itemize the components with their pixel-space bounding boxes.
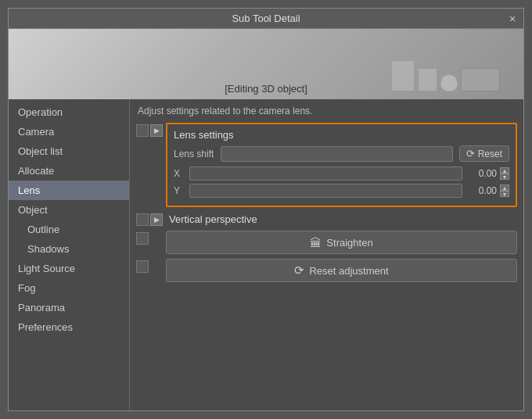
- straighten-checkbox[interactable]: [136, 232, 149, 245]
- cup-decoration: [440, 74, 458, 91]
- y-spinner-down[interactable]: ▼: [500, 191, 509, 197]
- sidebar-item-shadows[interactable]: Shadows: [9, 239, 129, 259]
- sidebar-item-panorama[interactable]: Panorama: [9, 298, 129, 317]
- sidebar-item-object-list[interactable]: Object list: [9, 141, 129, 161]
- reset-adj-checkbox-area: [136, 259, 163, 273]
- y-spinner-up[interactable]: ▲: [500, 184, 509, 191]
- x-spinner-up[interactable]: ▲: [500, 167, 509, 174]
- book2-decoration: [418, 68, 437, 91]
- lens-reset-button[interactable]: ⟳ Reset: [459, 145, 509, 162]
- close-button[interactable]: ×: [506, 13, 519, 25]
- vertical-perspective-row: ▶ Vertical perspective: [136, 212, 517, 226]
- title-bar: Sub Tool Detail ×: [9, 9, 523, 29]
- lens-shift-label: Lens shift: [174, 149, 221, 159]
- sidebar-item-camera[interactable]: Camera: [9, 122, 129, 141]
- sidebar-item-lens[interactable]: Lens: [9, 181, 129, 200]
- header-image: [Editing 3D object]: [9, 29, 523, 99]
- x-spinner-down[interactable]: ▼: [500, 174, 509, 180]
- x-value: 0.00 ▲ ▼: [462, 167, 509, 180]
- sidebar: Operation Camera Object list Allocate Le…: [9, 99, 130, 410]
- x-slider[interactable]: [189, 167, 462, 181]
- y-value: 0.00 ▲ ▼: [462, 184, 509, 197]
- main-window: Sub Tool Detail × [Editing 3D object] Op…: [8, 8, 524, 411]
- reset-adjustment-row: ⟳ Reset adjustment: [136, 259, 517, 282]
- vp-expand-icon: ▶: [154, 216, 160, 224]
- straighten-row: 🏛 Straighten: [136, 231, 517, 254]
- laptop-decoration: [461, 68, 500, 91]
- x-spinner[interactable]: ▲ ▼: [500, 167, 509, 180]
- x-value-text: 0.00: [479, 168, 497, 179]
- reset-adj-icon: ⟳: [294, 263, 304, 278]
- y-value-text: 0.00: [479, 185, 497, 196]
- lens-expand-arrow[interactable]: ▶: [150, 124, 163, 137]
- reset-adjustment-button[interactable]: ⟳ Reset adjustment: [166, 259, 517, 282]
- lens-settings-title: Lens settings: [174, 129, 509, 141]
- sidebar-item-outline[interactable]: Outline: [9, 220, 129, 239]
- sidebar-item-allocate[interactable]: Allocate: [9, 161, 129, 181]
- window-title: Sub Tool Detail: [232, 13, 300, 24]
- lens-checkbox[interactable]: [136, 124, 149, 137]
- vp-checkbox[interactable]: [136, 213, 149, 226]
- content-area: Adjust settings related to the camera le…: [130, 99, 523, 410]
- reset-icon: ⟳: [466, 148, 475, 159]
- y-spinner[interactable]: ▲ ▼: [500, 184, 509, 197]
- straighten-label: Straighten: [326, 237, 372, 249]
- lens-shift-row: Lens shift ⟳ Reset: [174, 145, 509, 162]
- main-content: Operation Camera Object list Allocate Le…: [9, 99, 523, 410]
- expand-arrow-icon: ▶: [154, 127, 160, 134]
- sidebar-item-preferences[interactable]: Preferences: [9, 317, 129, 337]
- reset-label: Reset: [478, 149, 502, 159]
- sidebar-item-object[interactable]: Object: [9, 200, 129, 220]
- sidebar-item-fog[interactable]: Fog: [9, 278, 129, 298]
- lens-settings-row: ▶ Lens settings Lens shift ⟳ Reset: [136, 123, 517, 207]
- y-row: Y 0.00 ▲ ▼: [174, 184, 509, 198]
- y-slider[interactable]: [189, 184, 462, 198]
- header-decoration: [391, 60, 500, 91]
- vp-expand-arrow[interactable]: ▶: [150, 213, 163, 226]
- lens-checkbox-area: ▶: [136, 123, 163, 137]
- x-row: X 0.00 ▲ ▼: [174, 167, 509, 181]
- book-decoration: [391, 60, 415, 91]
- straighten-icon: 🏛: [310, 236, 322, 249]
- x-label: X: [174, 168, 189, 179]
- reset-adjustment-label: Reset adjustment: [309, 265, 388, 277]
- description-text: Adjust settings related to the camera le…: [136, 106, 517, 116]
- lens-settings-box: Lens settings Lens shift ⟳ Reset X: [166, 123, 517, 207]
- straighten-button[interactable]: 🏛 Straighten: [166, 231, 517, 254]
- header-subtitle: [Editing 3D object]: [225, 83, 307, 95]
- reset-adj-checkbox[interactable]: [136, 260, 149, 273]
- straighten-checkbox-area: [136, 231, 163, 245]
- vp-checkbox-area: ▶: [136, 212, 163, 226]
- lens-shift-input[interactable]: [221, 146, 453, 162]
- vertical-perspective-label: Vertical perspective: [169, 213, 257, 225]
- sidebar-item-light-source[interactable]: Light Source: [9, 259, 129, 278]
- sidebar-item-operation[interactable]: Operation: [9, 102, 129, 122]
- y-label: Y: [174, 185, 189, 196]
